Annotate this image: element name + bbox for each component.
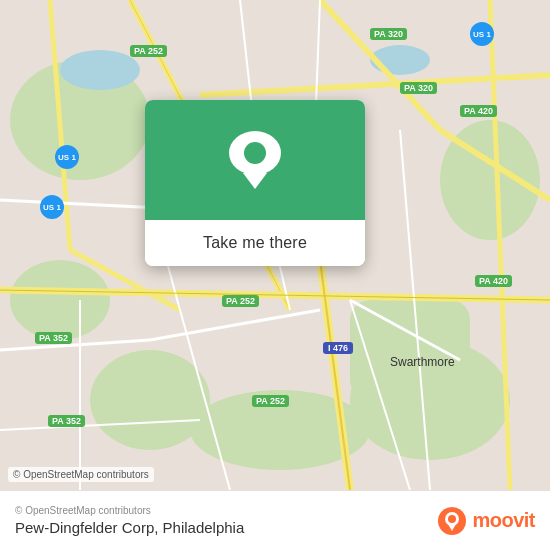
road-badge-us1-top: US 1 — [470, 22, 494, 46]
road-badge-pa420-top: PA 420 — [460, 105, 497, 117]
road-badge-pa252-bot: PA 252 — [252, 395, 289, 407]
road-badge-pa320-top: PA 320 — [370, 28, 407, 40]
map-container: PA 252 PA 320 PA 320 US 1 US 1 US 1 PA 4… — [0, 0, 550, 490]
popup-header — [145, 100, 365, 220]
attribution-text: © OpenStreetMap contributors — [15, 505, 244, 516]
place-swarthmore: Swarthmore — [390, 355, 455, 369]
map-attribution: © OpenStreetMap contributors — [8, 467, 154, 482]
road-badge-pa352-bot: PA 352 — [48, 415, 85, 427]
road-badge-us1-left: US 1 — [55, 145, 79, 169]
bottom-bar: © OpenStreetMap contributors Pew-Dingfel… — [0, 490, 550, 550]
svg-point-5 — [10, 260, 110, 340]
location-name: Pew-Dingfelder Corp, Philadelphia — [15, 519, 244, 536]
moovit-text: moovit — [472, 509, 535, 532]
bottom-left: © OpenStreetMap contributors Pew-Dingfel… — [15, 505, 244, 536]
moovit-icon — [438, 507, 466, 535]
road-badge-pa252-top: PA 252 — [130, 45, 167, 57]
road-badge-pa420-bot: PA 420 — [475, 275, 512, 287]
road-badge-us1-mid: US 1 — [40, 195, 64, 219]
location-pin — [231, 131, 279, 189]
road-badge-pa320-mid: PA 320 — [400, 82, 437, 94]
road-badge-pa252-mid: PA 252 — [222, 295, 259, 307]
svg-marker-38 — [448, 524, 456, 531]
road-badge-pa352-top: PA 352 — [35, 332, 72, 344]
svg-rect-6 — [350, 300, 470, 400]
road-badge-i476: I 476 — [323, 342, 353, 354]
moovit-logo: moovit — [438, 507, 535, 535]
svg-point-37 — [448, 515, 456, 523]
svg-point-8 — [60, 50, 140, 90]
take-me-there-button[interactable]: Take me there — [145, 220, 365, 266]
popup-card: Take me there — [145, 100, 365, 266]
